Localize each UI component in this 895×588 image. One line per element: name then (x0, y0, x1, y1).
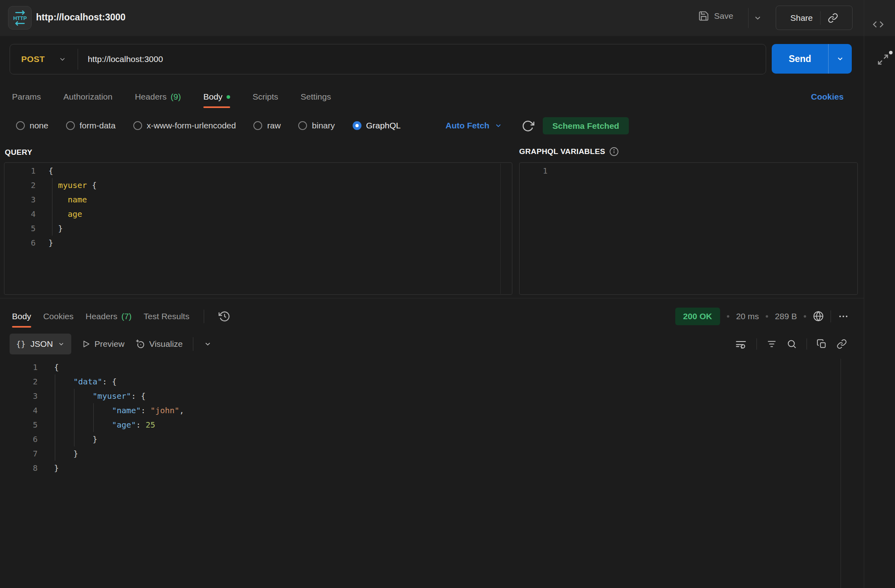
more-icon[interactable] (838, 311, 849, 322)
globe-icon[interactable] (813, 311, 824, 322)
tab-scripts[interactable]: Scripts (253, 86, 278, 108)
line-number: 6 (0, 434, 38, 444)
send-button[interactable]: Send (772, 44, 852, 74)
chevron-down-icon (58, 340, 65, 348)
share-label: Share (790, 13, 813, 23)
save-button[interactable]: Save (698, 10, 733, 22)
save-label: Save (714, 11, 733, 21)
radio-icon (133, 121, 142, 130)
tab-label: Body (12, 312, 31, 321)
tab-settings[interactable]: Settings (301, 86, 331, 108)
app-window: HTTP http://localhost:3000 Save Share (0, 0, 895, 588)
code-text: } (54, 434, 97, 444)
dot-separator (804, 315, 806, 318)
code-line: 7 } (0, 446, 841, 461)
info-icon[interactable] (609, 147, 619, 156)
tab-body[interactable]: Body (203, 86, 230, 108)
status-badge[interactable]: 200 OK (675, 308, 720, 325)
auto-fetch-dropdown[interactable]: Auto Fetch (445, 115, 502, 136)
refresh-schema-button[interactable] (522, 120, 534, 132)
line-number: 3 (4, 195, 36, 204)
body-type-options: none form-data x-www-form-urlencoded raw… (16, 115, 401, 136)
code-line: 3 "myuser": { (0, 389, 841, 403)
response-time[interactable]: 20 ms (736, 312, 759, 321)
indent-guide (52, 178, 52, 236)
code-line: 1{ (0, 360, 841, 374)
divider (820, 11, 821, 25)
response-tab-body[interactable]: Body (12, 305, 31, 328)
query-editor[interactable]: 1{2 myuser {3 name4 age5 }6} (4, 162, 512, 295)
radio-label: binary (312, 121, 335, 130)
schema-status-badge: Schema Fetched (543, 117, 629, 134)
variables-pane-header: GRAPHQL VARIABLES (519, 147, 619, 156)
code-text: { (54, 362, 59, 372)
body-type-raw[interactable]: raw (253, 115, 281, 136)
http-method-icon: HTTP (11, 9, 29, 27)
format-label: JSON (30, 339, 53, 349)
save-options-chevron[interactable] (753, 14, 762, 22)
divider (748, 8, 749, 28)
link-icon[interactable] (837, 339, 847, 349)
code-line: 4 age (4, 207, 512, 221)
share-button[interactable]: Share (776, 6, 853, 30)
response-tab-test-results[interactable]: Test Results (144, 305, 189, 328)
body-type-form-data[interactable]: form-data (66, 115, 116, 136)
line-number: 7 (0, 449, 38, 458)
url-input[interactable] (87, 54, 766, 64)
code-line: 6 } (0, 432, 841, 446)
radio-icon (253, 121, 262, 130)
line-number: 5 (4, 224, 36, 233)
response-tab-cookies[interactable]: Cookies (43, 305, 74, 328)
response-body-viewer[interactable]: 1{2 "data": {3 "myuser": {4 "name": "joh… (0, 360, 841, 475)
line-number: 5 (0, 420, 38, 430)
body-type-x-www-form-urlencoded[interactable]: x-www-form-urlencoded (133, 115, 236, 136)
more-views-chevron[interactable] (204, 340, 212, 348)
dot-separator (727, 315, 729, 318)
wrap-text-icon[interactable] (735, 338, 747, 350)
query-pane-label: QUERY (5, 148, 32, 157)
code-snippet-button[interactable] (873, 19, 884, 30)
graphql-variables-editor[interactable]: 1 (519, 162, 858, 295)
method-label: POST (21, 54, 45, 64)
format-selector[interactable]: {} JSON (10, 334, 71, 354)
save-icon (698, 10, 709, 22)
radio-label: raw (267, 121, 281, 130)
page-title: http://localhost:3000 (36, 12, 126, 23)
tab-params[interactable]: Params (12, 86, 41, 108)
response-history-button[interactable] (219, 305, 231, 328)
code-line: 2 myuser { (4, 178, 512, 192)
tab-headers[interactable]: Headers (9) (135, 86, 181, 108)
copy-icon[interactable] (817, 339, 827, 349)
send-options-chevron[interactable] (829, 44, 852, 74)
code-line: 2 "data": { (0, 374, 841, 389)
response-size[interactable]: 289 B (775, 312, 797, 321)
response-status-row: 200 OK 20 ms 289 B (675, 305, 849, 328)
braces-icon: {} (16, 339, 26, 349)
preview-button[interactable]: Preview (82, 339, 124, 349)
tab-authorization[interactable]: Authorization (63, 86, 112, 108)
radio-icon (16, 121, 25, 130)
body-type-none[interactable]: none (16, 115, 48, 136)
headers-count-badge: (9) (171, 92, 181, 102)
body-type-binary[interactable]: binary (298, 115, 335, 136)
visualize-button[interactable]: Visualize (135, 339, 183, 349)
cookies-link[interactable]: Cookies (811, 92, 844, 102)
request-tabs: Params Authorization Headers (9) Body Sc… (12, 86, 331, 108)
method-selector[interactable]: POST (21, 54, 66, 64)
line-number: 4 (4, 209, 36, 219)
notification-dot (889, 51, 893, 54)
resize-panel-button[interactable] (877, 54, 889, 66)
body-type-graphql[interactable]: GraphQL (353, 115, 401, 136)
divider (78, 49, 78, 70)
scrollbar-track[interactable] (841, 359, 841, 588)
scrollbar-track[interactable] (500, 164, 501, 294)
search-icon[interactable] (787, 339, 797, 349)
line-number: 3 (0, 391, 38, 401)
divider (757, 338, 757, 350)
code-line: 1 (520, 164, 857, 178)
code-text: { (48, 166, 53, 176)
response-tab-headers[interactable]: Headers (7) (86, 305, 132, 328)
filter-icon[interactable] (767, 339, 777, 349)
response-tools (735, 338, 847, 350)
tab-label: Cookies (43, 312, 74, 321)
